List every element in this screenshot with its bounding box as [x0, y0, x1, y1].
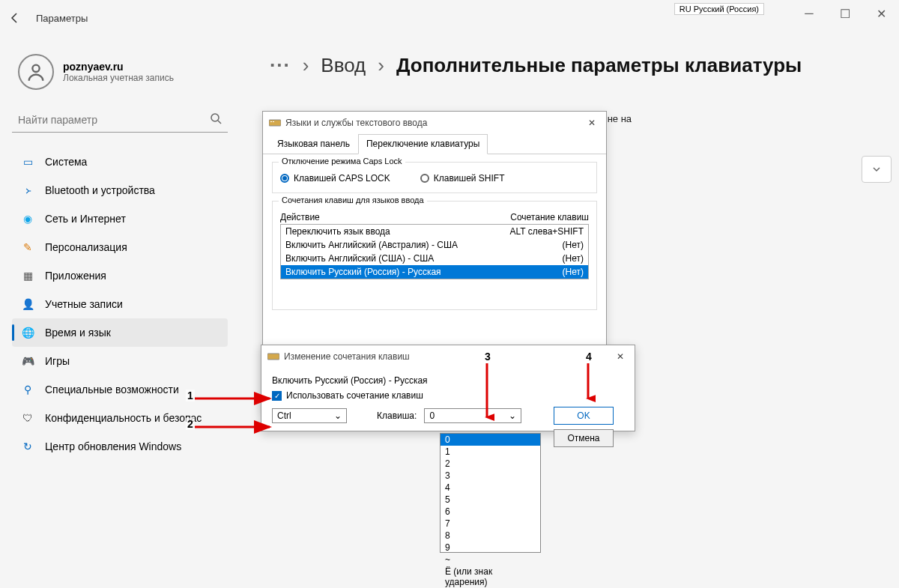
close-button[interactable]: ✕: [869, 6, 893, 21]
hotkeys-section: Сочетания клавиш для языков ввода Действ…: [272, 201, 597, 310]
modifier-select[interactable]: Ctrl ⌄: [272, 408, 347, 423]
capslock-section: Отключение режима Caps Lock Клавишей CAP…: [272, 162, 597, 193]
app-title: Параметры: [36, 13, 88, 24]
annotation-arrow-1: [195, 391, 277, 406]
dropdown-option[interactable]: 2: [441, 458, 540, 470]
dialog1-titlebar: Языки и службы текстового ввода ✕: [263, 112, 606, 134]
brush-icon: ✎: [21, 240, 34, 254]
window-controls: ─ ☐ ✕: [797, 6, 893, 21]
back-button[interactable]: [6, 9, 24, 27]
svg-rect-6: [267, 354, 279, 360]
refresh-icon: ↻: [21, 440, 34, 453]
dropdown-option[interactable]: 0: [441, 434, 540, 446]
hotkeys-list[interactable]: Переключить язык вводаALT слева+SHIFT Вк…: [280, 224, 589, 279]
dropdown-option[interactable]: 5: [441, 494, 540, 506]
hotkey-row[interactable]: Включить Английский (Австралия) - США(Не…: [281, 238, 588, 252]
tab-keyboard-switch[interactable]: Переключение клавиатуры: [358, 134, 488, 154]
monitor-icon: ▭: [21, 155, 34, 169]
radio-off-icon: [420, 174, 429, 183]
sidebar: poznyaev.ru Локальная учетная запись ▭Си…: [0, 36, 240, 588]
col-action: Действие: [280, 212, 320, 222]
key-label: Клавиша:: [377, 410, 417, 421]
keyboard-icon: [267, 352, 279, 361]
dropdown-option[interactable]: 4: [441, 482, 540, 494]
nav-apps[interactable]: ▦Приложения: [12, 261, 228, 290]
col-shortcut: Сочетание клавиш: [510, 212, 589, 222]
dialog2-subtitle: Включить Русский (Россия) - Русская: [272, 375, 624, 386]
annotation-label-1: 1: [186, 390, 195, 401]
annotation-arrow-2: [195, 419, 277, 434]
svg-rect-3: [269, 120, 281, 126]
dropdown-option[interactable]: 9: [441, 542, 540, 554]
combo-placeholder[interactable]: [862, 156, 892, 183]
dropdown-option[interactable]: 8: [441, 530, 540, 542]
dropdown-option[interactable]: Ё (или знак ударения): [441, 566, 540, 588]
breadcrumb-more[interactable]: ···: [270, 54, 291, 77]
dialog2-buttons: OK Отмена: [543, 399, 624, 455]
breadcrumb: ··· › Ввод › Дополнительные параметры кл…: [270, 54, 881, 77]
shield-icon: 🛡: [21, 411, 34, 425]
dropdown-option[interactable]: 1: [441, 446, 540, 458]
dialog2-close-button[interactable]: ✕: [612, 350, 629, 363]
bluetooth-icon: ᚛: [21, 184, 34, 197]
dialog2-title: Изменение сочетания клавиш: [284, 351, 410, 362]
checkbox-label: Использовать сочетание клавиш: [286, 390, 423, 401]
gamepad-icon: 🎮: [21, 354, 34, 368]
dropdown-option[interactable]: 7: [441, 518, 540, 530]
radio-capslock[interactable]: Клавишей CAPS LOCK: [280, 173, 390, 184]
search-input[interactable]: [18, 114, 210, 126]
nav-update[interactable]: ↻Центр обновления Windows: [12, 432, 228, 461]
nav-system[interactable]: ▭Система: [12, 148, 228, 176]
svg-line-2: [218, 121, 221, 124]
change-hotkey-dialog: Изменение сочетания клавиш ✕ Включить Ру…: [261, 345, 635, 431]
hotkey-row-selected[interactable]: Включить Русский (Россия) - Русская(Нет): [281, 265, 588, 279]
user-subtitle: Локальная учетная запись: [63, 73, 174, 83]
nav-gaming[interactable]: 🎮Игры: [12, 347, 228, 375]
dropdown-option[interactable]: 3: [441, 470, 540, 482]
dropdown-option[interactable]: ~: [441, 554, 540, 566]
hotkey-row[interactable]: Переключить язык вводаALT слева+SHIFT: [281, 225, 588, 238]
nav-network[interactable]: ◉Сеть и Интернет: [12, 204, 228, 233]
dialog2-titlebar: Изменение сочетания клавиш ✕: [261, 345, 635, 368]
dialog2-ok-button[interactable]: OK: [554, 407, 614, 425]
maximize-button[interactable]: ☐: [833, 6, 857, 21]
annotation-label-3: 3: [483, 351, 492, 363]
language-indicator[interactable]: RU Русский (Россия): [674, 3, 764, 15]
annotation-arrow-4: [581, 363, 596, 404]
nav-personalization[interactable]: ✎Персонализация: [12, 233, 228, 261]
keyboard-icon: [269, 118, 281, 127]
dialog2-cancel-button[interactable]: Отмена: [554, 429, 614, 447]
user-block[interactable]: poznyaev.ru Локальная учетная запись: [12, 42, 228, 108]
nav-bluetooth[interactable]: ᚛Bluetooth и устройства: [12, 176, 228, 204]
globe-icon: 🌐: [21, 326, 34, 339]
minimize-button[interactable]: ─: [797, 6, 821, 21]
search-box[interactable]: [12, 108, 228, 133]
wifi-icon: ◉: [21, 212, 34, 225]
svg-point-0: [32, 65, 39, 72]
key-dropdown[interactable]: 0 1 2 3 4 5 6 7 8 9 ~ Ё (или знак ударен…: [440, 433, 541, 553]
svg-rect-5: [273, 121, 274, 122]
accessibility-icon: ⚲: [21, 383, 34, 396]
breadcrumb-input[interactable]: Ввод: [321, 54, 366, 77]
person-icon: 👤: [21, 297, 34, 311]
radio-shift[interactable]: Клавишей SHIFT: [420, 173, 505, 184]
svg-point-1: [211, 114, 219, 121]
hotkey-row[interactable]: Включить Английский (США) - США(Нет): [281, 252, 588, 265]
key-select[interactable]: 0 ⌄: [424, 408, 521, 423]
annotation-label-4: 4: [584, 351, 593, 363]
titlebar: Параметры RU Русский (Россия) ─ ☐ ✕: [0, 0, 899, 36]
dialog1-close-button[interactable]: ✕: [584, 116, 600, 130]
dropdown-option[interactable]: 6: [441, 506, 540, 518]
annotation-arrow-3: [479, 363, 494, 423]
page-title: Дополнительные параметры клавиатуры: [396, 54, 802, 77]
radio-on-icon: [280, 174, 289, 183]
apps-icon: ▦: [21, 269, 34, 282]
nav-time-language[interactable]: 🌐Время и язык: [12, 318, 228, 347]
avatar: [18, 54, 54, 90]
chevron-down-icon: ⌄: [509, 410, 516, 421]
nav-accounts[interactable]: 👤Учетные записи: [12, 290, 228, 318]
dialog1-title: Языки и службы текстового ввода: [285, 118, 427, 128]
user-name: poznyaev.ru: [63, 61, 174, 73]
annotation-label-2: 2: [186, 418, 195, 430]
tab-language-bar[interactable]: Языковая панель: [269, 134, 358, 154]
